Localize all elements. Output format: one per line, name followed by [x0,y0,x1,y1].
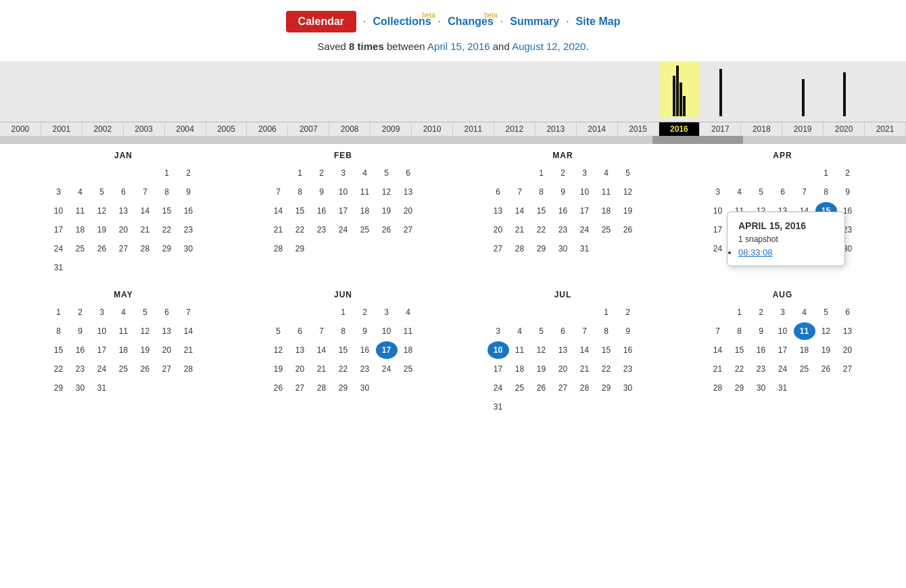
day-cell-15[interactable]: 15 [333,341,354,359]
day-cell-18[interactable]: 18 [794,341,815,359]
day-cell-23[interactable]: 23 [552,221,574,239]
day-cell-2[interactable]: 2 [552,164,574,182]
year-2018[interactable]: 2018 [741,122,782,136]
day-cell-26[interactable]: 26 [135,360,156,378]
day-cell-28[interactable]: 28 [311,379,333,397]
day-cell-9[interactable]: 9 [837,183,859,201]
day-cell-27[interactable]: 27 [398,221,419,239]
day-cell-27[interactable]: 27 [552,379,574,397]
day-cell-5[interactable]: 5 [135,303,156,321]
year-2015[interactable]: 2015 [618,122,659,136]
day-cell-9[interactable]: 9 [552,183,574,201]
day-cell-16[interactable]: 16 [70,341,91,359]
day-cell-31[interactable]: 31 [48,259,70,276]
day-cell-20[interactable]: 20 [289,360,311,378]
day-cell-7[interactable]: 7 [794,183,815,201]
day-cell-13[interactable]: 13 [156,322,178,340]
day-cell-25[interactable]: 25 [398,360,419,378]
day-cell-3[interactable]: 3 [91,303,113,321]
day-cell-31[interactable]: 31 [772,379,794,397]
day-cell-8[interactable]: 8 [596,322,617,340]
year-2010[interactable]: 2010 [412,122,453,136]
day-cell-7[interactable]: 7 [268,183,289,201]
day-cell-4[interactable]: 4 [729,183,750,201]
day-cell-29[interactable]: 29 [289,240,311,258]
day-cell-25[interactable]: 25 [794,360,815,378]
day-cell-14[interactable]: 14 [311,341,333,359]
timeline-scrollbar-thumb[interactable] [652,136,743,144]
year-2011[interactable]: 2011 [453,122,494,136]
day-cell-3[interactable]: 3 [333,164,354,182]
day-cell-24[interactable]: 24 [574,221,596,239]
day-cell-14[interactable]: 14 [178,322,199,340]
day-cell-10[interactable]: 10 [376,322,398,340]
year-2003[interactable]: 2003 [124,122,165,136]
day-cell-24[interactable]: 24 [487,379,509,397]
day-cell-10[interactable]: 10 [48,202,70,220]
day-cell-31[interactable]: 31 [91,379,113,397]
day-cell-26[interactable]: 26 [91,240,113,258]
day-cell-31[interactable]: 31 [574,240,596,258]
year-2013[interactable]: 2013 [535,122,577,136]
day-cell-13[interactable]: 13 [837,322,859,340]
day-cell-26[interactable]: 26 [815,360,837,378]
day-cell-4[interactable]: 4 [794,303,815,321]
day-cell-25[interactable]: 25 [113,360,135,378]
year-2004[interactable]: 2004 [165,122,206,136]
day-cell-7[interactable]: 7 [574,322,596,340]
timeline-slot-2019[interactable] [782,62,824,118]
day-cell-20[interactable]: 20 [552,360,574,378]
day-cell-7[interactable]: 7 [178,303,199,321]
day-cell-19[interactable]: 19 [815,341,837,359]
day-cell-13[interactable]: 13 [552,341,574,359]
day-cell-18[interactable]: 18 [596,202,617,220]
day-cell-13[interactable]: 13 [487,202,509,220]
year-2020[interactable]: 2020 [824,122,865,136]
day-cell-12[interactable]: 12 [268,341,289,359]
day-cell-27[interactable]: 27 [487,240,509,258]
day-cell-11[interactable]: 11 [794,322,815,340]
day-cell-16[interactable]: 16 [354,341,376,359]
day-cell-18[interactable]: 18 [509,360,531,378]
day-cell-1[interactable]: 1 [729,303,750,321]
day-cell-18[interactable]: 18 [354,202,376,220]
day-cell-8[interactable]: 8 [729,322,750,340]
day-cell-8[interactable]: 8 [333,322,354,340]
day-cell-30[interactable]: 30 [552,240,574,258]
day-cell-12[interactable]: 12 [135,322,156,340]
day-cell-3[interactable]: 3 [48,183,70,201]
timeline-slot-2016[interactable] [659,62,700,118]
day-cell-13[interactable]: 13 [289,341,311,359]
day-cell-26[interactable]: 26 [376,221,398,239]
day-cell-26[interactable]: 26 [268,379,289,397]
calendar-button[interactable]: Calendar [286,11,356,32]
year-2001[interactable]: 2001 [41,122,82,136]
day-cell-16[interactable]: 16 [617,341,639,359]
day-cell-30[interactable]: 30 [617,379,639,397]
day-cell-3[interactable]: 3 [772,303,794,321]
day-cell-6[interactable]: 6 [552,322,574,340]
day-cell-23[interactable]: 23 [311,221,333,239]
day-cell-19[interactable]: 19 [376,202,398,220]
year-2014[interactable]: 2014 [577,122,618,136]
day-cell-5[interactable]: 5 [376,164,398,182]
day-cell-14[interactable]: 14 [574,341,596,359]
day-cell-9[interactable]: 9 [354,322,376,340]
day-cell-21[interactable]: 21 [135,221,156,239]
year-2007[interactable]: 2007 [288,122,329,136]
day-cell-7[interactable]: 7 [509,183,531,201]
day-cell-26[interactable]: 26 [531,379,552,397]
day-cell-24[interactable]: 24 [772,360,794,378]
year-2006[interactable]: 2006 [247,122,288,136]
day-cell-11[interactable]: 11 [398,322,419,340]
day-cell-15[interactable]: 15 [289,202,311,220]
day-cell-27[interactable]: 27 [837,360,859,378]
day-cell-9[interactable]: 9 [617,322,639,340]
day-cell-21[interactable]: 21 [574,360,596,378]
day-cell-16[interactable]: 16 [552,202,574,220]
day-cell-27[interactable]: 27 [289,379,311,397]
start-date-link[interactable]: April 15, 2016 [427,41,490,52]
day-cell-23[interactable]: 23 [617,360,639,378]
day-cell-28[interactable]: 28 [574,379,596,397]
day-cell-9[interactable]: 9 [178,183,199,201]
